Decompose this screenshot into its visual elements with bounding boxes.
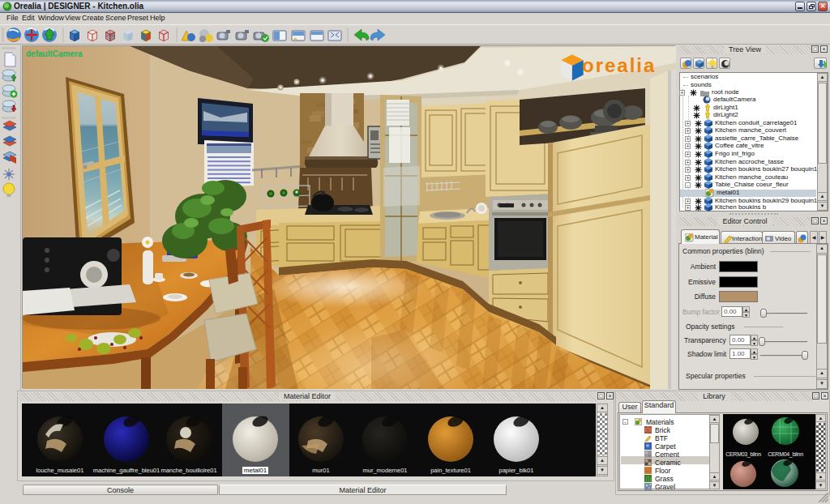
svg-text:orealia: orealia: [582, 54, 656, 76]
svg-text:defaultCamera: defaultCamera: [26, 49, 83, 58]
